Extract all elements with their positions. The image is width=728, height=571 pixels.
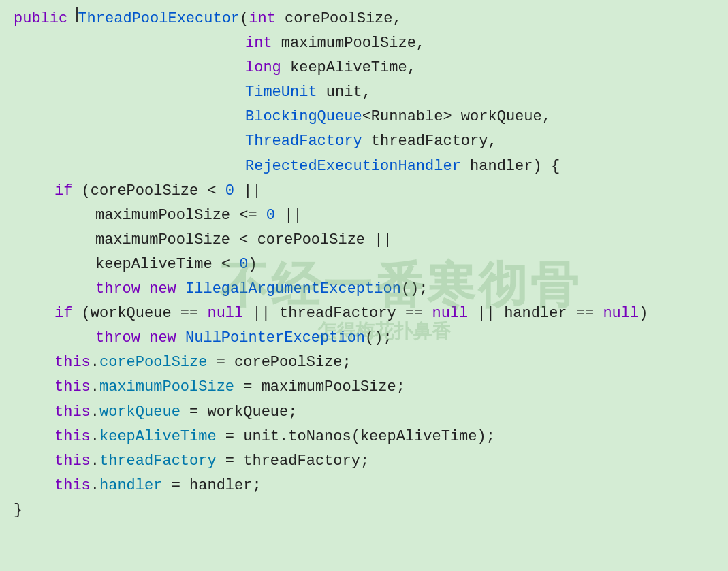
code-token-kw: this [54,474,91,497]
code-token-plain: keepAliveTime < [95,253,239,276]
code-token-field: handler [99,474,162,497]
code-token-plain: handler) { [461,155,560,178]
code-token-kw: new [149,278,176,301]
code-token-field: corePoolSize [99,351,207,374]
code-token-plain: = unit.toNanos(keepAliveTime); [217,425,495,448]
code-token-plain: ) [639,302,648,325]
code-token-type: TimeUnit [245,81,317,104]
code-line: } [0,498,728,523]
code-token-plain: || handler == [468,302,603,325]
code-token-kw: if [54,180,72,203]
code-token-type: ThreadFactory [245,130,362,153]
code-line: this.workQueue = workQueue; [0,400,728,425]
code-token-plain: corePoolSize, [276,7,402,31]
indent-spacer [14,401,54,424]
code-token-kw: this [54,450,91,473]
code-lines: public ThreadPoolExecutor(int corePoolSi… [0,7,728,523]
code-token-plain [140,327,149,350]
code-line: this.keepAliveTime = unit.toNanos(keepAl… [0,425,728,449]
code-token-kw: null [207,302,243,325]
code-line: if (workQueue == null || threadFactory =… [0,301,728,326]
code-line: public ThreadPoolExecutor(int corePoolSi… [0,7,728,31]
code-token-num: 0 [225,180,234,203]
code-token-plain: <Runnable> workQueue, [362,105,551,129]
code-token-kw: int [249,7,276,31]
code-token-field: keepAliveTime [99,425,217,448]
indent-spacer [14,229,95,252]
code-token-plain: (); [365,327,392,350]
code-token-plain: = threadFactory; [217,450,369,473]
code-line: throw new IllegalArgumentException(); [0,277,728,301]
code-token-plain: (workQueue == [72,302,207,325]
indent-spacer [14,253,95,276]
code-line: this.maximumPoolSize = maximumPoolSize; [0,375,728,399]
code-token-plain: || threadFactory == [243,302,432,325]
code-token-plain: ( [240,7,249,31]
code-token-plain [176,278,185,301]
code-line: ThreadFactory threadFactory, [0,129,728,154]
code-line: keepAliveTime < 0) [0,252,728,277]
code-token-plain: || [275,204,302,227]
code-token-plain: . [91,376,99,399]
code-token-type: NullPointerException [185,327,365,350]
code-token-kw: this [54,425,91,448]
code-token-type: RejectedExecutionHandler [245,155,461,178]
code-token-plain: (); [401,278,428,301]
code-token-plain: = handler; [162,474,261,497]
code-token-plain: = workQueue; [180,401,298,424]
code-token-plain [140,278,149,301]
code-token-plain: = maximumPoolSize; [234,376,405,399]
code-token-field: maximumPoolSize [99,376,234,399]
code-line: TimeUnit unit, [0,80,728,105]
indent-spacer [14,278,95,301]
code-token-plain: maximumPoolSize, [272,32,425,55]
code-line: this.handler = handler; [0,474,728,498]
code-token-kw: this [54,401,91,424]
code-token-kw: int [245,32,272,55]
code-token-type: IllegalArgumentException [185,278,401,301]
code-token-plain: threadFactory, [362,130,497,153]
indent-spacer [14,351,54,374]
code-token-num: 0 [239,253,248,276]
code-token-kw: long [245,56,281,80]
indent-spacer [14,130,245,153]
code-token-plain: keepAliveTime, [281,56,416,80]
code-token-plain: maximumPoolSize < corePoolSize || [95,229,392,252]
code-token-plain: . [91,425,99,448]
indent-spacer [14,204,95,227]
code-token-type: BlockingQueue [245,105,362,129]
indent-spacer [14,425,54,448]
code-line: int maximumPoolSize, [0,31,728,56]
indent-spacer [14,155,245,178]
code-token-plain: maximumPoolSize <= [95,204,266,227]
code-line: throw new NullPointerException(); [0,326,728,350]
code-line: BlockingQueue<Runnable> workQueue, [0,105,728,129]
code-token-plain: . [91,401,99,424]
code-token-plain [176,327,185,350]
code-line: long keepAliveTime, [0,56,728,80]
code-line: this.threadFactory = threadFactory; [0,449,728,474]
code-token-plain: } [14,499,22,522]
indent-spacer [14,302,54,325]
code-token-plain: ) [248,253,257,276]
code-token-num: 0 [266,204,275,227]
code-token-kw: this [54,351,91,374]
indent-spacer [14,105,245,129]
code-token-kw: new [149,327,176,350]
indent-spacer [14,450,54,473]
code-token-kw: this [54,376,91,399]
code-line: maximumPoolSize <= 0 || [0,203,728,228]
code-line: this.corePoolSize = corePoolSize; [0,350,728,375]
indent-spacer [14,32,245,55]
code-token-kw: throw [95,278,140,301]
code-line: RejectedExecutionHandler handler) { [0,154,728,179]
code-token-plain: . [91,351,99,374]
code-token-kw: throw [95,327,140,350]
code-token-kw: null [432,302,469,325]
code-token-plain: unit, [317,81,371,104]
code-line: maximumPoolSize < corePoolSize || [0,228,728,252]
code-token-type: ThreadPoolExecutor [78,7,240,31]
code-token-field: workQueue [99,401,180,424]
indent-spacer [14,474,54,497]
code-token-kw: public [14,7,76,31]
